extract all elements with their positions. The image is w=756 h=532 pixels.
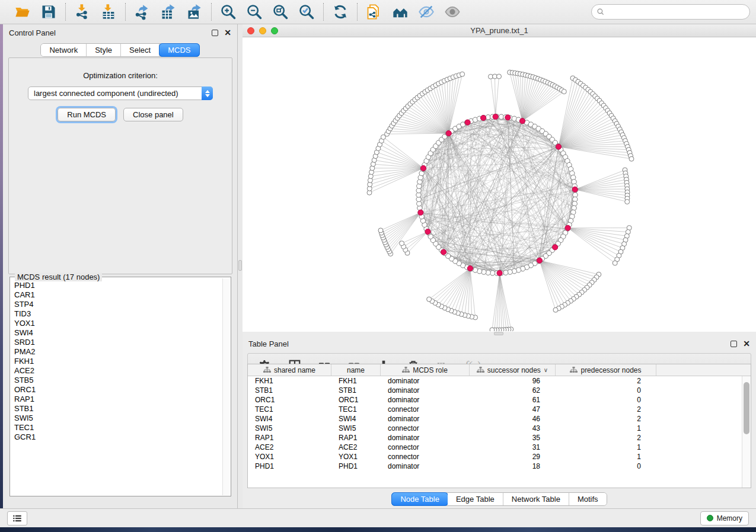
table-row[interactable]: ACE2ACE2connector311 [248,443,742,452]
table-cell: 1 [556,452,656,462]
table-cell: SWI4 [331,414,381,424]
column-header-shared-name[interactable]: shared name [248,364,331,376]
table-cell: SWI5 [248,424,331,433]
zoom-out-icon[interactable] [245,3,263,21]
table-row[interactable]: PHD1PHD1dominator180 [248,462,742,471]
refresh-icon[interactable] [331,3,349,21]
network-view-window: YPA_prune.txt_1 [243,24,756,332]
table-row[interactable]: SWI4SWI4dominator462 [248,414,742,424]
table-cell: 96 [470,376,556,386]
task-history-button[interactable] [7,511,27,525]
tab-mcds[interactable]: MCDS [159,43,199,57]
mcds-result-item[interactable]: PMA2 [11,347,222,357]
mcds-list-scrollbar[interactable] [222,278,230,495]
show-all-icon[interactable] [444,3,461,21]
mcds-result-item[interactable]: PHD1 [11,281,222,290]
table-row[interactable]: FKH1FKH1dominator962 [248,376,742,386]
search-box[interactable] [591,4,750,20]
table-cell: SWI4 [248,414,331,424]
import-network-icon[interactable] [74,3,91,21]
table-scrollbar[interactable] [742,376,751,488]
column-header-MCDS-role[interactable]: MCDS role [381,364,470,376]
table-cell: connector [381,405,470,414]
float-panel-icon[interactable] [731,341,737,347]
tab-network-table[interactable]: Network Table [503,493,569,505]
table-cell: dominator [381,386,470,395]
table-cell: dominator [381,433,470,443]
export-table-icon[interactable] [160,3,177,21]
table-cell: 2 [556,414,656,424]
splitter-grip[interactable] [238,260,242,271]
mcds-result-item[interactable]: FKH1 [11,357,222,366]
mcds-result-item[interactable]: STP4 [11,300,222,309]
vertical-splitter[interactable] [238,24,243,508]
column-header-name[interactable]: name [331,364,381,376]
table-cell: 29 [470,452,556,462]
zoom-fit-icon[interactable] [272,3,289,21]
save-session-icon[interactable] [40,3,58,21]
import-table-icon[interactable] [100,3,117,21]
table-cell: FKH1 [331,376,381,386]
mcds-result-item[interactable]: YOX1 [11,319,222,328]
table-row[interactable]: RAP1RAP1dominator352 [248,433,742,443]
memory-button[interactable]: Memory [700,511,749,525]
table-cell: ACE2 [248,443,331,452]
zoom-selected-icon[interactable] [298,3,315,21]
table-row[interactable]: TEC1TEC1connector472 [248,405,742,414]
mcds-result-item[interactable]: ORC1 [11,385,222,395]
mcds-result-item[interactable]: TID3 [11,309,222,319]
hierarchy-icon [402,367,410,373]
table-rows: FKH1FKH1dominator962STB1STB1dominator620… [248,376,742,488]
table-cell: 2 [556,376,656,386]
tab-network[interactable]: Network [41,44,87,56]
table-panel: Table Panel ✕ f(x) shared namenameMC [243,335,756,508]
tab-select[interactable]: Select [121,44,160,56]
column-header-predecessor-nodes[interactable]: predecessor nodes [556,364,656,376]
table-row[interactable]: ORC1ORC1dominator610 [248,395,742,405]
search-input[interactable] [608,8,745,17]
optimization-criterion-select[interactable]: largest connected component (undirected) [28,86,213,100]
tab-edge-table[interactable]: Edge Table [448,493,503,505]
float-panel-icon[interactable] [212,30,218,36]
duplicate-network-icon[interactable] [365,3,383,21]
close-panel-icon[interactable]: ✕ [743,339,750,348]
table-row[interactable]: SWI5SWI5connector431 [248,424,742,433]
close-panel-button[interactable]: Close panel [123,108,183,121]
run-mcds-button[interactable]: Run MCDS [58,108,116,121]
column-header-successor-nodes[interactable]: successor nodes∨ [470,364,556,376]
network-graph-canvas[interactable] [243,37,756,331]
mcds-result-item[interactable]: TEC1 [11,423,222,432]
tab-motifs[interactable]: Motifs [569,493,607,505]
mcds-result-list[interactable]: PHD1CAR1STP4TID3YOX1SWI4SRD1PMA2FKH1ACE2… [11,281,222,495]
table-cell: YOX1 [331,452,381,462]
close-panel-icon[interactable]: ✕ [224,28,231,37]
mcds-result-item[interactable]: SWI4 [11,328,222,338]
zoom-in-icon[interactable] [219,3,237,21]
export-network-icon[interactable] [133,3,151,21]
mcds-result-item[interactable]: RAP1 [11,395,222,404]
open-session-icon[interactable] [14,3,31,21]
tab-node-table[interactable]: Node Table [391,492,448,506]
table-cell: 2 [556,405,656,414]
mcds-result-item[interactable]: CAR1 [11,290,222,300]
table-cell: RAP1 [248,433,331,443]
first-neighbors-icon[interactable] [391,3,409,21]
table-cell: ORC1 [248,395,331,405]
hierarchy-icon [570,367,578,373]
export-image-icon[interactable] [186,3,203,21]
mcds-result-item[interactable]: GCR1 [11,432,222,442]
table-row[interactable]: STB1STB1dominator620 [248,386,742,395]
table-cell: dominator [381,462,470,471]
search-icon [596,8,605,16]
control-panel-title: Control Panel [9,28,56,37]
scrollbar-thumb[interactable] [744,382,749,434]
mcds-result-item[interactable]: ACE2 [11,366,222,376]
network-view-titlebar: YPA_prune.txt_1 [243,24,756,37]
mcds-result-item[interactable]: SWI5 [11,414,222,423]
table-row[interactable]: YOX1YOX1connector291 [248,452,742,462]
tab-style[interactable]: Style [87,44,121,56]
hide-selected-icon[interactable] [417,3,435,21]
mcds-result-item[interactable]: SRD1 [11,338,222,347]
mcds-result-item[interactable]: STB5 [11,376,222,385]
mcds-result-item[interactable]: STB1 [11,404,222,414]
